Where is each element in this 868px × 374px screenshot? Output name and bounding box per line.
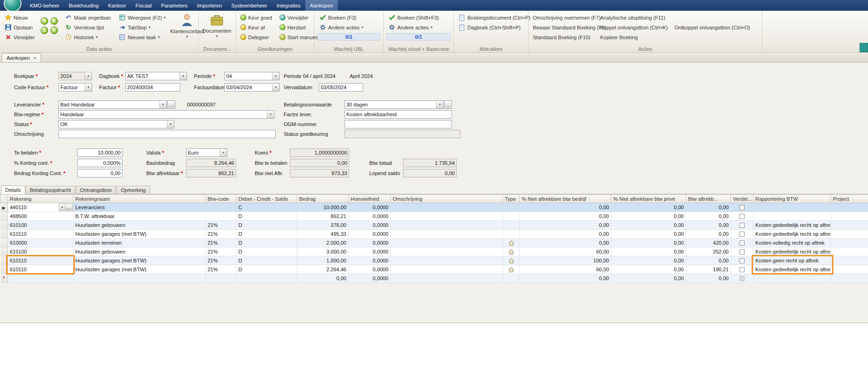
bewaar-standaard-boeking-button[interactable]: Bewaar Standaard Boeking (F9) bbox=[531, 23, 597, 31]
grid-row[interactable]: ▶ 440110▾… Leveranciers C 10.000,00 0,00… bbox=[0, 203, 868, 212]
cell-omschrijving[interactable] bbox=[391, 203, 503, 212]
koppel-ontvangstbon-button[interactable]: Koppel ontvangstbon (Ctrl+K) bbox=[599, 23, 671, 31]
historiek-button[interactable]: Historiek ▾ bbox=[63, 33, 112, 41]
cell-bedrag[interactable]: 3.000,00 bbox=[297, 247, 349, 256]
col-rekeningnaam[interactable]: Rekeningnaam bbox=[73, 195, 206, 203]
cell-hoeveelheid[interactable]: 0,0000 bbox=[349, 247, 391, 256]
code-factuur-field[interactable]: Factuur▾ bbox=[58, 83, 92, 92]
documenten-button[interactable]: Documenten ▾ bbox=[201, 12, 232, 46]
col-verdeel[interactable]: Verdel... bbox=[731, 195, 753, 203]
verdeel-checkbox[interactable] bbox=[739, 276, 745, 281]
cell-debet-credit-saldo[interactable]: D bbox=[237, 212, 297, 221]
cell-btw-code[interactable]: 21% bbox=[206, 221, 237, 230]
cell-verdeel[interactable] bbox=[731, 212, 753, 221]
cell-rekeningnaam[interactable]: Huurlasten garages (met BTW) bbox=[73, 265, 206, 274]
cell-bedrag[interactable]: 2.000,00 bbox=[297, 239, 349, 247]
grid-row[interactable]: 610100 Huurlasten gebouwen 21% D 3.000,0… bbox=[0, 247, 868, 256]
nav-up-button[interactable]: ▲ bbox=[41, 27, 48, 34]
cell-btw-code[interactable]: 21% bbox=[206, 239, 237, 247]
cell-rapportering-btw[interactable]: Kosten geen recht op aftrek bbox=[753, 256, 831, 265]
verdeel-checkbox[interactable] bbox=[739, 240, 745, 246]
maak-ongedaan-button[interactable]: ↶ Maak ongedaan bbox=[63, 14, 112, 21]
menu-kmo-beheer[interactable]: KMO-beheer bbox=[25, 0, 64, 11]
valuta-field[interactable]: Euro▾ bbox=[186, 148, 227, 157]
dropdown-arrow-icon[interactable]: ▾ bbox=[436, 101, 443, 108]
cell-project[interactable] bbox=[831, 256, 868, 265]
col-pct-niet-aftrekbare-btw-prive[interactable]: % Niet aftrekbare btw privé bbox=[611, 195, 686, 203]
tab-ontvangstbon[interactable]: Ontvangstbon bbox=[76, 186, 116, 194]
cell-rekening[interactable]: 610110 bbox=[8, 230, 73, 239]
cell-rekeningnaam[interactable]: Huurlasten garages (met BTW) bbox=[73, 230, 206, 239]
cell-btw-aftrekbaar[interactable]: 0,00 bbox=[686, 203, 731, 212]
cell-pct-prive[interactable]: 0,00 bbox=[611, 221, 686, 230]
cell-debet-credit-saldo[interactable]: D bbox=[237, 247, 297, 256]
tab-betalingsopdracht[interactable]: Betalingsopdracht bbox=[26, 186, 75, 194]
nieuwe-taak-button[interactable]: Nieuwe taak ▾ bbox=[117, 33, 167, 41]
vernieuw-lijst-button[interactable]: ↻ Vernieuw lijst bbox=[63, 23, 112, 31]
vervaldatum-field[interactable]: 03/05/2024 bbox=[319, 83, 363, 92]
dropdown-arrow-icon[interactable]: ▾ bbox=[272, 72, 279, 80]
ontkoppel-ontvangstbon-button[interactable]: Ontkoppel ontvangstbon (Ctrl+O) bbox=[673, 23, 760, 31]
menu-systeembeheer[interactable]: Systeembeheer bbox=[227, 0, 272, 11]
weergave-button[interactable]: Weergave (F2) ▾ bbox=[117, 14, 167, 21]
dropdown-arrow-icon[interactable]: ▾ bbox=[267, 111, 274, 118]
ubl-queue-counter[interactable]: 0/1 bbox=[317, 33, 380, 41]
tabstop-button[interactable]: ⇥ TabStop ▾ bbox=[117, 23, 167, 31]
col-btw-code[interactable]: Btw-code bbox=[206, 195, 237, 203]
cell-verdeel[interactable] bbox=[731, 256, 753, 265]
cell-pct-prive[interactable]: 0,00 bbox=[611, 265, 686, 274]
cell-btw-code[interactable]: 21% bbox=[206, 256, 237, 265]
cell-omschrijving[interactable] bbox=[391, 230, 503, 239]
cell-rapportering-btw[interactable]: Kosten gedeeltelijk recht op aftrek bbox=[753, 221, 831, 230]
cell-pct-bedrijf[interactable]: 0,00 bbox=[520, 221, 611, 230]
cell-btw-code[interactable] bbox=[206, 203, 237, 212]
panel-toggle-button[interactable] bbox=[860, 43, 868, 52]
cell-rekeningnaam[interactable]: Huurlasten gebouwen bbox=[73, 221, 206, 230]
verdeel-checkbox[interactable] bbox=[739, 258, 745, 263]
verdeel-checkbox[interactable] bbox=[739, 232, 745, 237]
cell-bedrag[interactable]: 495,33 bbox=[297, 230, 349, 239]
cell-project[interactable] bbox=[831, 230, 868, 239]
cell-rapportering-btw[interactable]: Kosten gedeeltelijk recht op aftrek bbox=[753, 230, 831, 239]
cell-project[interactable] bbox=[831, 212, 868, 221]
cell-rapportering-btw[interactable] bbox=[753, 203, 831, 212]
grid-row[interactable]: 610000 Huurlasten terreinen 21% D 2.000,… bbox=[0, 239, 868, 247]
col-rekening[interactable]: Rekening bbox=[8, 195, 73, 203]
cell-btw-aftrekbaar[interactable]: 420,00 bbox=[686, 239, 731, 247]
verdeel-checkbox[interactable] bbox=[739, 205, 745, 210]
cell-hoeveelheid[interactable]: 0,0000 bbox=[349, 212, 391, 221]
cell-debet-credit-saldo[interactable]: D bbox=[237, 221, 297, 230]
bedrag-korting-field[interactable]: 0,00 bbox=[77, 169, 122, 177]
dropdown-arrow-icon[interactable]: ▾ bbox=[179, 72, 187, 80]
cell-type[interactable] bbox=[503, 239, 520, 247]
close-tab-icon[interactable]: × bbox=[34, 56, 36, 61]
col-debet-credit-saldo[interactable]: Debet - Credit - Saldo bbox=[237, 195, 297, 203]
factuurdatum-field[interactable]: 03/04/2024▾ bbox=[224, 83, 280, 92]
andere-acties-ubl-button[interactable]: Andere acties ▾ bbox=[317, 23, 380, 31]
col-bedrag[interactable]: Bedrag bbox=[297, 195, 349, 203]
cell-pct-bedrijf[interactable]: 0,00 bbox=[520, 239, 611, 247]
col-rapportering-btw[interactable]: Rapportering BTW bbox=[753, 195, 831, 203]
cell-pct-bedrijf[interactable]: 0,00 bbox=[520, 230, 611, 239]
col-project[interactable]: Project bbox=[831, 195, 868, 203]
boekingsdocument-button[interactable]: Boekingsdocument (Ctrl+P) bbox=[457, 14, 532, 21]
factnr-field[interactable]: Kosten aftrekbaarheid bbox=[344, 110, 452, 119]
verdeel-checkbox[interactable] bbox=[739, 223, 745, 228]
cell-project[interactable] bbox=[831, 221, 868, 230]
verwijder-button[interactable]: Verwijder bbox=[3, 33, 36, 41]
cell-bedrag[interactable]: 378,00 bbox=[297, 221, 349, 230]
cell-type[interactable] bbox=[503, 265, 520, 274]
cell-rekeningnaam[interactable]: Huurlasten gebouwen bbox=[73, 247, 206, 256]
cell-btw-aftrekbaar[interactable]: 0,00 bbox=[686, 230, 731, 239]
cell-pct-prive[interactable]: 0,00 bbox=[611, 212, 686, 221]
tab-opmerking[interactable]: Opmerking bbox=[116, 186, 150, 194]
cell-btw-aftrekbaar[interactable]: 0,00 bbox=[686, 221, 731, 230]
standaard-boeking-button[interactable]: Standaard Boeking (F10) bbox=[531, 33, 597, 41]
cell-verdeel[interactable] bbox=[731, 221, 753, 230]
grid-row-new[interactable]: * 0,00 0,0000 0,00 0,00 0,00 bbox=[0, 274, 868, 283]
grid-row[interactable]: 610110 Huurlasten garages (met BTW) 21% … bbox=[0, 256, 868, 265]
cell-pct-bedrijf[interactable]: 60,00 bbox=[520, 265, 611, 274]
cell-verdeel[interactable] bbox=[731, 203, 753, 212]
cell-type[interactable] bbox=[503, 203, 520, 212]
cell-omschrijving[interactable] bbox=[391, 265, 503, 274]
